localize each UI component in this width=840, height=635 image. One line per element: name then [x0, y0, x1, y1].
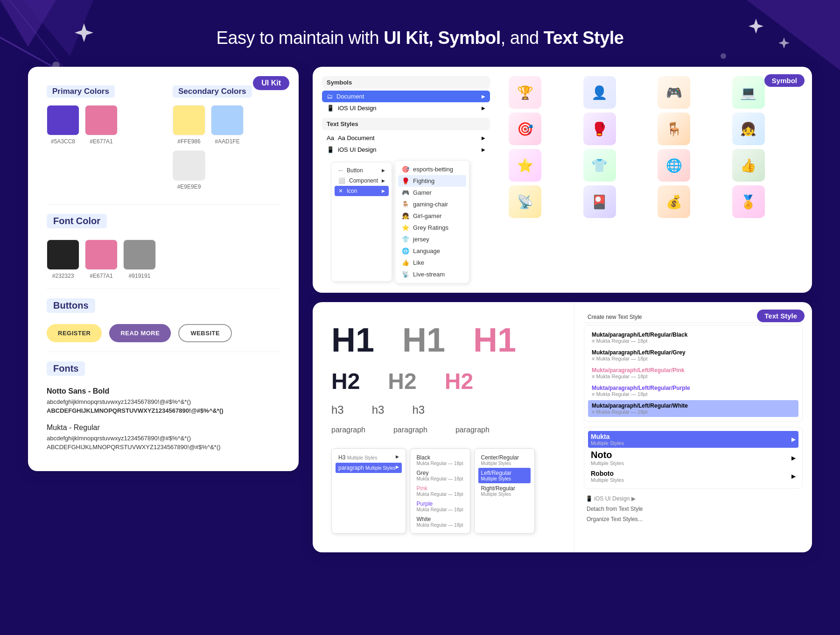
icon-thumb[interactable]: 👤: [583, 76, 616, 109]
icon-list-item-livestream[interactable]: 📡 Live-stream: [398, 268, 466, 280]
icon-thumb[interactable]: 🌐: [658, 149, 690, 182]
symbol-card: Symbol Symbols 🗂 Document ▶ 📱 iOS UI Des…: [313, 67, 812, 293]
icon-list-item-fighting[interactable]: 🥊 Fighting: [398, 175, 466, 187]
roboto-sub: Multiple Styles: [591, 477, 624, 483]
fonts-title: Fonts: [47, 361, 85, 376]
gaming-chair-icon: 🪑: [402, 201, 409, 208]
ios-ui-menu-item[interactable]: 📱 iOS UI Design ▶: [322, 102, 490, 114]
pink-color-item[interactable]: Pink Mukta Regular — 18pt: [414, 483, 466, 499]
organize-action[interactable]: Organize Text Styles...: [584, 514, 803, 524]
h2-black: H2: [331, 368, 360, 394]
doc-text-item[interactable]: Aa Aa Document ▶: [322, 132, 490, 144]
white-color-item[interactable]: White Mukta Regular — 18pt: [414, 514, 466, 529]
icon-list-item-gaming-chair[interactable]: 🪑 gaming-chair: [398, 198, 466, 210]
jersey-label: jersey: [413, 236, 429, 243]
swatch-label-blue: #AAD1FE: [215, 138, 239, 145]
h3-dropdown-item[interactable]: H3 Multiple Styles ▶: [336, 452, 402, 463]
ts-white-item[interactable]: Mukta/paragraph/Left/Regular/White ≡ Muk…: [588, 400, 798, 417]
icon-list-item-like[interactable]: 👍 Like: [398, 257, 466, 268]
icon-thumb[interactable]: 💻: [732, 76, 765, 109]
purple-color-item[interactable]: Purple Mukta Regular — 18pt: [414, 499, 466, 514]
ff-roboto[interactable]: Roboto Multiple Styles ▶: [588, 468, 798, 485]
font-color-section: Font Color #232323 #E677A1 #919191: [47, 214, 280, 279]
icon-list-item-grey-ratings[interactable]: ⭐ Grey Ratings: [398, 222, 466, 233]
swatch-item: #919191: [123, 240, 156, 279]
ios-text-item[interactable]: 📱 iOS UI Design ▶: [322, 144, 490, 155]
icon-submenu-item[interactable]: ✕ Icon ▶: [335, 186, 389, 196]
icon-list-item-esports[interactable]: 🎯 esports-betting: [398, 163, 466, 175]
symbol-panels-row: ··· Button ▶ ⬜ Component ▶ ✕: [322, 160, 490, 283]
color-dropdown[interactable]: Black Mukta Regular — 18pt Grey Mukta Re…: [410, 448, 470, 534]
icon-thumb[interactable]: 🎯: [509, 113, 541, 145]
button-dots-icon: ···: [338, 167, 343, 174]
colors-row: Primary Colors #5A3CC8 #E677A1 Secondary: [47, 85, 280, 190]
icon-thumb[interactable]: 🏆: [509, 76, 541, 109]
symbol-badge: Symbol: [764, 74, 805, 87]
swatch-yellow: [173, 105, 205, 135]
swatch-font-pink: [85, 240, 118, 270]
icon-thumb[interactable]: 👍: [732, 149, 765, 182]
paragraph-dropdown-item[interactable]: paragraph Multiple Styles ▶: [336, 463, 402, 473]
ts-pink-item[interactable]: Mukta/paragraph/Left/Regular/Pink ≡ Mukt…: [588, 365, 798, 381]
font2-upper: ABCDEFGHIJKLMNOPQRSTUVWXYZ1234567890!@#$…: [47, 444, 280, 451]
swatch-item: #FFE986: [173, 105, 205, 145]
icon-thumb[interactable]: 🪑: [658, 113, 690, 145]
ts-grey-item[interactable]: Mukta/paragraph/Left/Regular/Grey ≡ Mukt…: [588, 347, 798, 364]
ts-purple-item[interactable]: Mukta/paragraph/Left/Regular/Purple ≡ Mu…: [588, 382, 798, 399]
icon-list-item-girl-gamer[interactable]: 👧 Girl-gamer: [398, 210, 466, 222]
black-color-item[interactable]: Black Mukta Regular — 18pt: [414, 452, 466, 468]
icon-list-item-gamer[interactable]: 🎮 Gamer: [398, 187, 466, 198]
ff-noto[interactable]: Noto Multiple Styles ▶: [588, 448, 798, 468]
icon-thumb[interactable]: 👧: [732, 113, 765, 145]
h3-dropdown[interactable]: H3 Multiple Styles ▶ paragraph Multiple …: [331, 448, 406, 534]
primary-swatches: #5A3CC8 #E677A1: [47, 105, 154, 145]
detach-action[interactable]: Detach from Text Style: [584, 504, 803, 514]
h2-row: H2 H2 H2: [331, 368, 555, 394]
ts-black-item[interactable]: Mukta/paragraph/Left/Regular/Black ≡ Muk…: [588, 329, 798, 346]
document-menu-item[interactable]: 🗂 Document ▶: [322, 91, 490, 102]
icon-list-item-language[interactable]: 🌐 Language: [398, 245, 466, 257]
icon-thumb[interactable]: 🎮: [658, 76, 690, 109]
arrow-icon: ▶: [382, 189, 385, 193]
gamer-label: Gamer: [413, 189, 432, 196]
icon-list-panel: 🎯 esports-betting 🥊 Fighting 🎮 Gamer: [395, 160, 469, 283]
icon-thumb[interactable]: 🥊: [583, 113, 616, 145]
style-dropdown-area: H3 Multiple Styles ▶ paragraph Multiple …: [331, 448, 555, 534]
right-sub: Multiple Styles: [481, 492, 528, 497]
icon-list-item-jersey[interactable]: 👕 jersey: [398, 233, 466, 245]
website-button[interactable]: WEBSITE: [178, 324, 232, 342]
left-label: Left/Regular: [481, 470, 528, 476]
icon-thumb[interactable]: 👕: [583, 149, 616, 182]
component-submenu-item[interactable]: ⬜ Component ▶: [335, 176, 389, 186]
h3-label: H3: [338, 454, 345, 461]
mukta-name: Mukta: [591, 433, 624, 440]
swatch-item: #E677A1: [85, 105, 118, 145]
icon-thumb[interactable]: 🏅: [732, 185, 765, 218]
button-label: Button: [347, 167, 363, 174]
register-button[interactable]: REGISTER: [47, 324, 102, 342]
divider: [47, 352, 280, 352]
left-align-item[interactable]: Left/Regular Multiple Styles: [478, 468, 531, 483]
h1-pink: H1: [473, 321, 516, 359]
read-more-button[interactable]: READ MORE: [109, 324, 171, 342]
icon-thumb[interactable]: 💰: [658, 185, 690, 218]
swatch-black: [47, 240, 79, 270]
icon-thumb[interactable]: 📡: [509, 185, 541, 218]
right-align-item[interactable]: Right/Regular Multiple Styles: [478, 483, 531, 499]
grey-ratings-label: Grey Ratings: [413, 224, 448, 231]
ts-panel: Mukta/paragraph/Left/Regular/Black ≡ Muk…: [584, 325, 803, 422]
secondary-colors-group: Secondary Colors #FFE986 #AAD1FE #E9E: [173, 85, 280, 190]
noto-sub: Multiple Styles: [591, 460, 624, 466]
ts-black-title: Mukta/paragraph/Left/Regular/Black: [592, 332, 795, 338]
secondary-colors-title: Secondary Colors: [173, 85, 252, 98]
font-color-title: Font Color: [47, 214, 107, 228]
swatch-item: #E9E9E9: [173, 150, 205, 190]
icon-thumb[interactable]: 🎴: [583, 185, 616, 218]
align-dropdown[interactable]: Center/Regular Multiple Styles Left/Regu…: [474, 448, 535, 534]
grey-color-item[interactable]: Grey Mukta Regular — 18pt: [414, 468, 466, 483]
icon-thumb[interactable]: ⭐: [509, 149, 541, 182]
center-align-item[interactable]: Center/Regular Multiple Styles: [478, 452, 531, 468]
ts-black-sub: ≡ Mukta Regular — 18pt: [592, 338, 795, 344]
ff-mukta[interactable]: Mukta Multiple Styles ▶: [588, 431, 798, 448]
button-submenu-item[interactable]: ··· Button ▶: [335, 165, 389, 176]
